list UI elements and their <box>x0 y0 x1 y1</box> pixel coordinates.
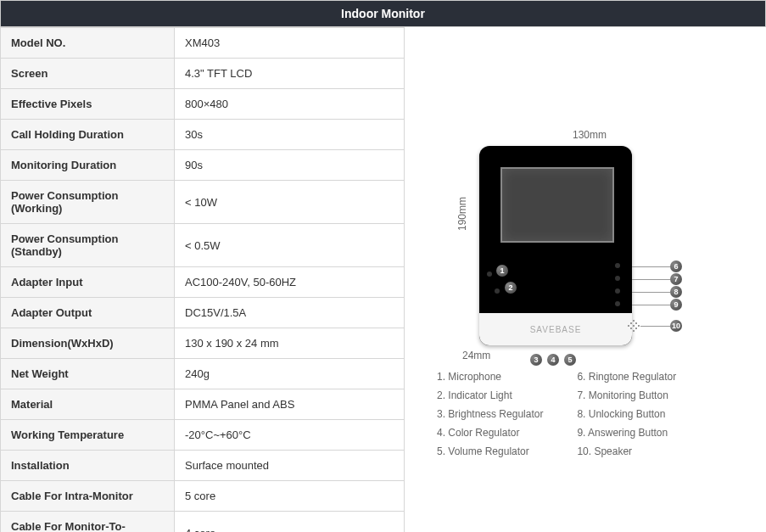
legend-item: 7. Monitoring Button <box>577 389 676 401</box>
device-dot <box>495 288 500 294</box>
legend-item: 9. Answering Button <box>577 427 676 439</box>
callout-3: 3 <box>530 354 542 366</box>
spec-value: < 0.5W <box>175 224 405 267</box>
table-row: Monitoring Duration90s <box>1 150 405 181</box>
legend-item: 5. Volume Regulator <box>437 445 543 457</box>
spec-label: Installation <box>1 451 175 481</box>
table-row: Power Consumption (Standby)< 0.5W <box>1 224 405 267</box>
spec-label: Material <box>1 389 175 420</box>
table-row: Model NO.XM403 <box>1 28 405 59</box>
callout-2: 2 <box>505 282 517 294</box>
speaker-icon <box>628 320 640 332</box>
table-row: Adapter OutputDC15V/1.5A <box>1 298 405 328</box>
callout-line <box>640 326 670 327</box>
table-row: Screen4.3" TFT LCD <box>1 59 405 89</box>
spec-value: DC15V/1.5A <box>175 298 405 328</box>
callout-9: 9 <box>670 299 682 311</box>
svg-rect-2 <box>635 322 637 324</box>
spec-label: Working Temperature <box>1 420 175 451</box>
table-row: Net Weight240g <box>1 359 405 389</box>
svg-rect-0 <box>633 320 635 322</box>
legend-col-right: 6. Ringtone Regulator7. Monitoring Butto… <box>577 371 676 457</box>
callout-10: 10 <box>670 320 682 332</box>
table-row: Working Temperature-20°C~+60°C <box>1 420 405 451</box>
svg-rect-6 <box>630 328 632 329</box>
svg-rect-7 <box>635 328 637 329</box>
legend-item: 6. Ringtone Regulator <box>577 371 676 383</box>
spec-label: Model NO. <box>1 28 175 59</box>
spec-label: Cable For Intra-Monitor <box>1 481 175 512</box>
table-row: MaterialPMMA Panel and ABS <box>1 389 405 420</box>
spec-label: Effective Pixels <box>1 89 175 120</box>
svg-rect-1 <box>630 322 632 324</box>
spec-value: 4.3" TFT LCD <box>175 59 405 89</box>
spec-label: Adapter Output <box>1 298 175 328</box>
legend: 1. Microphone2. Indicator Light3. Bright… <box>437 371 759 457</box>
callout-6: 6 <box>670 260 682 272</box>
table-row: Effective Pixels800×480 <box>1 89 405 120</box>
dimension-height-label: 190mm <box>456 197 468 231</box>
device-body: 1 2 SAVEBASE <box>479 146 632 345</box>
device-dot <box>487 272 492 277</box>
spec-value: XM403 <box>175 28 405 59</box>
legend-item: 3. Brightness Regulator <box>437 408 543 420</box>
callout-line <box>632 279 670 280</box>
spec-value: 130 x 190 x 24 mm <box>175 328 405 359</box>
dimension-depth-label: 24mm <box>462 350 490 361</box>
spec-value: 30s <box>175 120 405 150</box>
legend-item: 10. Speaker <box>577 445 676 457</box>
spec-label: Power Consumption (Working) <box>1 181 175 224</box>
spec-label: Call Holding Duration <box>1 120 175 150</box>
spec-table: Model NO.XM403Screen4.3" TFT LCDEffectiv… <box>0 27 405 532</box>
table-row: Dimension(WxHxD)130 x 190 x 24 mm <box>1 328 405 359</box>
device-dot <box>615 276 620 281</box>
spec-value: < 10W <box>175 181 405 224</box>
callout-line <box>632 266 670 267</box>
content-row: Model NO.XM403Screen4.3" TFT LCDEffectiv… <box>0 27 766 532</box>
spec-value: 90s <box>175 150 405 181</box>
spec-label: Dimension(WxHxD) <box>1 328 175 359</box>
callout-8: 8 <box>670 286 682 298</box>
table-row: Adapter InputAC100-240V, 50-60HZ <box>1 267 405 298</box>
legend-col-left: 1. Microphone2. Indicator Light3. Bright… <box>437 371 543 457</box>
spec-value: PMMA Panel and ABS <box>175 389 405 420</box>
callout-4: 4 <box>547 354 559 366</box>
table-row: Cable For Monitor-To-Camera4 core <box>1 512 405 533</box>
spec-value: 4 core <box>175 512 405 533</box>
spec-value: 240g <box>175 359 405 389</box>
spec-label: Screen <box>1 59 175 89</box>
device-dot <box>615 263 620 268</box>
device-screen <box>500 167 614 243</box>
legend-item: 1. Microphone <box>437 371 543 383</box>
svg-rect-8 <box>633 330 635 332</box>
legend-item: 4. Color Regulator <box>437 427 543 439</box>
legend-item: 2. Indicator Light <box>437 389 543 401</box>
table-row: Power Consumption (Working)< 10W <box>1 181 405 224</box>
callout-line <box>632 292 670 293</box>
watermark-text: SAVEBASE <box>530 325 582 334</box>
spec-value: -20°C~+60°C <box>175 420 405 451</box>
spec-label: Adapter Input <box>1 267 175 298</box>
callout-5: 5 <box>564 354 576 366</box>
callout-line <box>632 305 670 305</box>
spec-label: Monitoring Duration <box>1 150 175 181</box>
spec-value: 800×480 <box>175 89 405 120</box>
section-header: Indoor Monitor <box>0 0 766 27</box>
spec-label: Net Weight <box>1 359 175 389</box>
svg-rect-5 <box>638 325 640 327</box>
dimension-width-label: 130mm <box>526 129 653 141</box>
spec-value: Surface mounted <box>175 451 405 481</box>
device-dot <box>615 301 620 306</box>
device-dot <box>615 288 620 294</box>
diagram-area: 130mm 190mm 24mm 1 2 SAVEBASE <box>405 27 766 532</box>
spec-label: Power Consumption (Standby) <box>1 224 175 267</box>
spec-label: Cable For Monitor-To-Camera <box>1 512 175 533</box>
callout-1: 1 <box>496 265 508 277</box>
legend-item: 8. Unlocking Button <box>577 408 676 420</box>
table-row: Cable For Intra-Monitor5 core <box>1 481 405 512</box>
svg-rect-4 <box>633 325 635 327</box>
spec-value: 5 core <box>175 481 405 512</box>
spec-value: AC100-240V, 50-60HZ <box>175 267 405 298</box>
svg-rect-3 <box>628 325 629 327</box>
table-row: InstallationSurface mounted <box>1 451 405 481</box>
